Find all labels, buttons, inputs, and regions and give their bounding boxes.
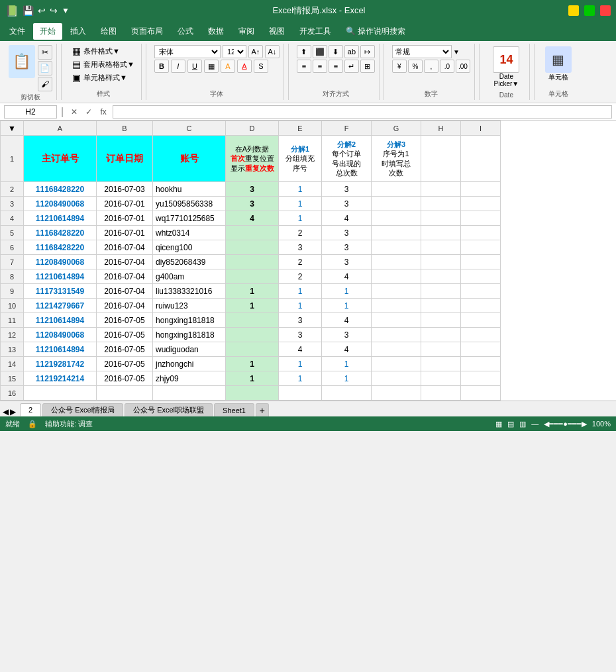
cell-H5[interactable] xyxy=(421,226,461,240)
cell-G2[interactable] xyxy=(372,182,421,197)
cell-G8[interactable] xyxy=(372,269,421,284)
col-header-F[interactable]: F xyxy=(322,121,372,136)
cell-A12[interactable]: 11208490068 xyxy=(24,328,97,342)
cell-B11[interactable]: 2016-07-05 xyxy=(97,313,153,328)
increase-decimal-btn[interactable]: .0 xyxy=(440,60,454,73)
undo-btn[interactable]: ↩ xyxy=(38,5,46,16)
customize-btn[interactable]: ▼ xyxy=(62,6,70,15)
cell-H14[interactable] xyxy=(421,357,461,371)
cell-F8[interactable]: 4 xyxy=(322,269,372,284)
italic-btn[interactable]: I xyxy=(171,60,185,73)
cell-I1[interactable] xyxy=(461,136,501,182)
font-color-btn[interactable]: A xyxy=(237,60,252,73)
sheet-tab-sheet1[interactable]: Sheet1 xyxy=(214,403,254,416)
cell-I6[interactable] xyxy=(461,240,501,255)
col-header-D[interactable]: D xyxy=(226,121,279,136)
cell-D2[interactable]: 3 xyxy=(226,182,279,197)
col-header-A[interactable]: A xyxy=(24,121,97,136)
cell-E15[interactable]: 1 xyxy=(279,371,322,386)
cell-A4[interactable]: 11210614894 xyxy=(24,211,97,226)
cell-D10[interactable]: 1 xyxy=(226,299,279,313)
zoom-slider[interactable]: ◀━━━●━━━▶ xyxy=(544,420,587,428)
cell-B15[interactable]: 2016-07-05 xyxy=(97,371,153,386)
cut-button[interactable]: ✂ xyxy=(38,45,52,60)
align-right-btn[interactable]: ≡ xyxy=(329,60,343,73)
cell-A11[interactable]: 11210614894 xyxy=(24,313,97,328)
sheet-tab-excel-zhichang[interactable]: 公众号 Excel职场联盟 xyxy=(125,403,213,416)
cell-D12[interactable] xyxy=(226,328,279,342)
cell-B14[interactable]: 2016-07-05 xyxy=(97,357,153,371)
cell-C4[interactable]: wq17710125685 xyxy=(153,211,226,226)
cell-B13[interactable]: 2016-07-05 xyxy=(97,342,153,357)
insert-function-btn[interactable]: fx xyxy=(97,105,110,119)
menu-search[interactable]: 🔍 操作说明搜索 xyxy=(339,23,412,40)
cell-E13[interactable]: 4 xyxy=(279,342,322,357)
cell-C16[interactable] xyxy=(153,386,226,401)
decrease-decimal-btn[interactable]: .00 xyxy=(456,60,470,73)
cell-B6[interactable]: 2016-07-04 xyxy=(97,240,153,255)
currency-btn[interactable]: ¥ xyxy=(392,60,407,73)
cell-E1[interactable]: 分解1 分组填充 序号 xyxy=(279,136,322,182)
indent-btn[interactable]: ↦ xyxy=(360,45,375,58)
cell-E6[interactable]: 3 xyxy=(279,240,322,255)
menu-formula[interactable]: 公式 xyxy=(171,23,200,40)
cell-G7[interactable] xyxy=(372,255,421,269)
cell-B2[interactable]: 2016-07-03 xyxy=(97,182,153,197)
sheet-nav-left-btn[interactable]: ◀ xyxy=(3,407,9,416)
cell-D9[interactable]: 1 xyxy=(226,284,279,299)
cell-G12[interactable] xyxy=(372,328,421,342)
cell-H12[interactable] xyxy=(421,328,461,342)
date-picker-btn[interactable]: 14 Date Picker▼ xyxy=(491,45,521,89)
col-header-B[interactable]: B xyxy=(97,121,153,136)
cell-E16[interactable] xyxy=(279,386,322,401)
conditional-format-btn[interactable]: ▦ 条件格式▼ xyxy=(70,45,137,57)
cell-A14[interactable]: 11219281742 xyxy=(24,357,97,371)
cell-I12[interactable] xyxy=(461,328,501,342)
add-sheet-btn[interactable]: + xyxy=(256,403,269,416)
cell-I5[interactable] xyxy=(461,226,501,240)
cell-H15[interactable] xyxy=(421,371,461,386)
maximize-btn[interactable] xyxy=(584,5,595,16)
sheet-nav-right-btn[interactable]: ▶ xyxy=(10,407,16,416)
confirm-formula-btn[interactable]: ✓ xyxy=(82,105,95,119)
cell-H10[interactable] xyxy=(421,299,461,313)
normal-view-btn[interactable]: ▦ xyxy=(495,420,502,428)
number-format-select[interactable]: 常规 xyxy=(392,45,452,58)
strikethrough-btn[interactable]: S xyxy=(254,60,268,73)
cell-B7[interactable]: 2016-07-04 xyxy=(97,255,153,269)
cell-H16[interactable] xyxy=(421,386,461,401)
cell-G13[interactable] xyxy=(372,342,421,357)
cell-C5[interactable]: whtz0314 xyxy=(153,226,226,240)
cell-D4[interactable]: 4 xyxy=(226,211,279,226)
cell-D3[interactable]: 3 xyxy=(226,197,279,211)
align-bottom-btn[interactable]: ⬇ xyxy=(329,45,343,58)
cell-E4[interactable]: 1 xyxy=(279,211,322,226)
cancel-formula-btn[interactable]: ✕ xyxy=(68,105,81,119)
cell-I4[interactable] xyxy=(461,211,501,226)
cell-G5[interactable] xyxy=(372,226,421,240)
font-size-select[interactable]: 12 xyxy=(223,45,246,58)
cell-G11[interactable] xyxy=(372,313,421,328)
bold-btn[interactable]: B xyxy=(154,60,169,73)
align-center-btn[interactable]: ≡ xyxy=(313,60,327,73)
cell-G1[interactable]: 分解3 序号为1 时填写总 次数 xyxy=(372,136,421,182)
cell-B3[interactable]: 2016-07-01 xyxy=(97,197,153,211)
cell-F14[interactable]: 1 xyxy=(322,357,372,371)
col-header-H[interactable]: H xyxy=(421,121,461,136)
cell-F6[interactable]: 3 xyxy=(322,240,372,255)
menu-insert[interactable]: 插入 xyxy=(64,23,93,40)
close-btn[interactable] xyxy=(600,5,611,16)
copy-button[interactable]: 📄 xyxy=(38,61,52,75)
cell-F7[interactable]: 3 xyxy=(322,255,372,269)
minimize-btn[interactable] xyxy=(568,5,579,16)
cell-D1[interactable]: 在A列数据 首次重复位置 显示重复次数 xyxy=(226,136,279,182)
merge-btn[interactable]: ⊞ xyxy=(360,60,375,73)
cell-A13[interactable]: 11210614894 xyxy=(24,342,97,357)
cell-B5[interactable]: 2016-07-01 xyxy=(97,226,153,240)
cell-C11[interactable]: hongxing181818 xyxy=(153,313,226,328)
cell-F3[interactable]: 3 xyxy=(322,197,372,211)
align-top-btn[interactable]: ⬆ xyxy=(297,45,311,58)
menu-view[interactable]: 视图 xyxy=(262,23,291,40)
menu-file[interactable]: 文件 xyxy=(3,23,32,40)
sheet-tab-2[interactable]: 2 xyxy=(20,403,41,416)
